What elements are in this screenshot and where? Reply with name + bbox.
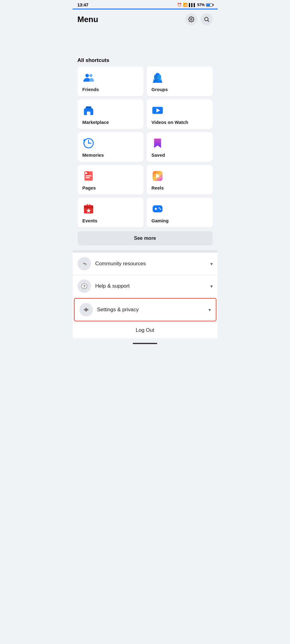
profile-area xyxy=(73,30,218,55)
help-chevron: ▾ xyxy=(210,283,213,289)
svg-point-36 xyxy=(160,209,161,210)
reels-label: Reels xyxy=(151,185,164,190)
svg-rect-28 xyxy=(84,207,93,208)
shortcut-groups[interactable]: 👥 Groups xyxy=(147,67,213,96)
svg-rect-13 xyxy=(87,112,90,115)
svg-rect-29 xyxy=(87,204,88,207)
shortcut-saved[interactable]: Saved xyxy=(147,132,213,162)
saved-label: Saved xyxy=(151,152,165,158)
svg-text:?: ? xyxy=(83,284,86,289)
pages-icon xyxy=(82,170,95,182)
battery-icon xyxy=(206,3,213,7)
bottom-bar xyxy=(73,338,218,347)
home-indicator xyxy=(133,343,157,344)
gaming-label: Gaming xyxy=(151,218,169,223)
saved-icon xyxy=(151,137,164,149)
shortcuts-grid: Friends 👥 Groups xyxy=(73,67,218,228)
settings-chevron: ▾ xyxy=(208,307,211,313)
svg-point-4 xyxy=(89,74,92,77)
svg-rect-18 xyxy=(86,175,91,176)
settings-button[interactable] xyxy=(185,13,197,25)
shortcut-friends[interactable]: Friends xyxy=(78,67,144,96)
signal-icon: ▌▌▌ xyxy=(189,3,196,7)
search-icon xyxy=(204,16,210,22)
shortcut-marketplace[interactable]: Marketplace xyxy=(78,99,144,129)
alarm-icon: ⏰ xyxy=(177,3,182,7)
svg-text:👥: 👥 xyxy=(154,73,162,81)
svg-rect-25 xyxy=(153,177,162,178)
gaming-icon xyxy=(151,203,164,215)
wifi-icon: 📶 xyxy=(183,3,188,7)
section-divider xyxy=(73,250,218,253)
svg-rect-46 xyxy=(86,311,86,312)
shortcut-videos-on-watch[interactable]: Videos on Watch xyxy=(147,99,213,129)
status-right: ⏰ 📶 ▌▌▌ 57% xyxy=(177,3,212,7)
watch-label: Videos on Watch xyxy=(151,120,188,125)
help-support-item[interactable]: ? Help & support ▾ xyxy=(73,275,218,297)
help-label: Help & support xyxy=(95,283,210,289)
friends-label: Friends xyxy=(82,87,99,92)
shortcuts-section-label: All shortcuts xyxy=(73,55,218,67)
memories-label: Memories xyxy=(82,152,104,158)
friends-icon xyxy=(82,71,95,84)
shortcut-reels[interactable]: Reels xyxy=(147,165,213,195)
community-label: Community resources xyxy=(95,261,210,267)
status-bar: 13:47 ⏰ 📶 ▌▌▌ 57% xyxy=(73,0,218,9)
memories-icon xyxy=(82,137,95,149)
shortcut-memories[interactable]: Memories xyxy=(78,132,144,162)
svg-rect-24 xyxy=(153,174,162,175)
events-icon xyxy=(82,203,95,215)
events-label: Events xyxy=(82,218,97,223)
shortcut-events[interactable]: Events xyxy=(78,198,144,228)
community-resources-item[interactable]: 🤝 Community resources ▾ xyxy=(73,253,218,275)
settings-label: Settings & privacy xyxy=(97,307,208,313)
page-title: Menu xyxy=(78,15,98,24)
shortcut-pages[interactable]: Pages xyxy=(78,165,144,195)
svg-point-35 xyxy=(159,207,160,209)
svg-point-43 xyxy=(85,309,87,311)
help-icon: ? xyxy=(78,279,91,293)
watch-icon xyxy=(151,104,164,117)
svg-rect-19 xyxy=(86,177,90,178)
pages-label: Pages xyxy=(82,185,96,190)
marketplace-icon xyxy=(82,104,95,117)
battery-percent: 57% xyxy=(197,3,204,7)
groups-icon: 👥 xyxy=(151,71,164,84)
marketplace-label: Marketplace xyxy=(82,120,109,125)
svg-rect-12 xyxy=(84,109,93,110)
svg-point-3 xyxy=(85,74,89,77)
reels-icon xyxy=(151,170,164,182)
see-more-button[interactable]: See more xyxy=(78,231,213,245)
logout-button[interactable]: Log Out xyxy=(73,322,218,338)
gear-icon xyxy=(188,16,194,22)
community-icon: 🤝 xyxy=(78,257,91,270)
header-icons xyxy=(185,13,213,25)
svg-point-0 xyxy=(190,19,192,20)
list-section: 🤝 Community resources ▾ ? Help & support… xyxy=(73,253,218,338)
time: 13:47 xyxy=(78,2,89,7)
search-button[interactable] xyxy=(200,13,213,25)
community-chevron: ▾ xyxy=(210,261,213,267)
groups-label: Groups xyxy=(151,87,168,92)
settings-list-icon xyxy=(79,303,93,316)
svg-rect-32 xyxy=(153,205,162,213)
svg-rect-34 xyxy=(155,208,156,210)
settings-privacy-item[interactable]: Settings & privacy ▾ xyxy=(74,298,216,321)
svg-rect-45 xyxy=(86,308,86,309)
svg-line-2 xyxy=(208,21,209,22)
shortcut-gaming[interactable]: Gaming xyxy=(147,198,213,228)
header: Menu xyxy=(73,10,218,30)
svg-rect-30 xyxy=(89,204,90,207)
